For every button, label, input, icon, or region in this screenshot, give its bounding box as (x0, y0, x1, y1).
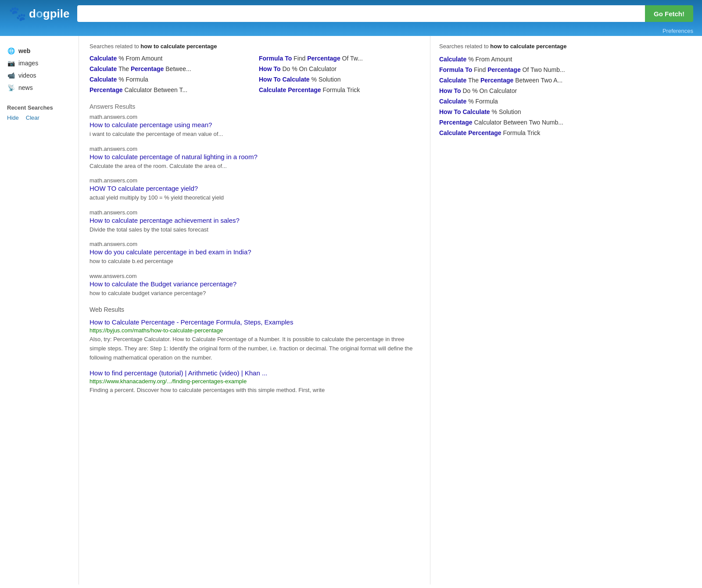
related-bold: Percentage (439, 119, 472, 126)
related-bold: Formula (259, 55, 285, 62)
related-rest: Find (294, 55, 307, 62)
related-rest2: Of Two Numb... (523, 66, 565, 73)
result-item: math.answers.com How to calculate percen… (90, 209, 419, 234)
related-rest: % Formula (468, 98, 498, 105)
result-item: How to find percentage (tutorial) | Arit… (90, 369, 419, 395)
sidebar-label-news: news (18, 84, 33, 91)
header: 🐾 dogpile how to calculate percentage Go… (0, 0, 702, 25)
list-item[interactable]: Calculate Percentage Formula Trick (439, 128, 570, 138)
result-snippet: Calculate the area of the room. Calculat… (90, 162, 419, 171)
clear-link[interactable]: Clear (26, 114, 39, 121)
list-item[interactable]: Calculate Percentage Formula Trick (259, 86, 419, 94)
right-related-query: how to calculate percentage (490, 43, 566, 50)
related-bold3: Percentage (487, 66, 520, 73)
answers-section-label: Answers Results (90, 103, 419, 110)
result-snippet: Also, try: Percentage Calculator. How to… (90, 335, 419, 362)
related-rest: Do % On Calculator (462, 87, 517, 94)
result-item: math.answers.com How to calculate percen… (90, 114, 419, 139)
result-snippet: i want to calculate the percentage of me… (90, 130, 419, 139)
related-bold2: Percentage (131, 65, 164, 72)
related-rest: The (118, 65, 131, 72)
sidebar-item-news[interactable]: 📡 news (7, 82, 72, 94)
list-item[interactable]: How To Calculate % Solution (439, 107, 570, 117)
paw-icon: 🐾 (9, 5, 26, 22)
main-content: Searches related to how to calculate per… (79, 36, 430, 584)
search-input[interactable]: how to calculate percentage (77, 5, 645, 22)
sidebar-item-videos[interactable]: 📹 videos (7, 69, 72, 82)
sidebar-item-web[interactable]: 🌐 web (7, 45, 72, 57)
globe-icon: 🌐 (7, 47, 15, 55)
video-icon: 📹 (7, 71, 15, 79)
sidebar: 🌐 web 📷 images 📹 videos 📡 news Recent Se… (0, 36, 79, 584)
result-title[interactable]: How to find percentage (tutorial) | Arit… (90, 369, 419, 377)
list-item[interactable]: Calculate The Percentage Betwee... (90, 64, 250, 73)
related-bold3: Percentage (307, 55, 340, 62)
related-bold: Calculate (439, 56, 466, 63)
result-item: math.answers.com How to calculate percen… (90, 146, 419, 171)
result-source: math.answers.com (90, 241, 419, 247)
related-rest: % Solution (492, 108, 521, 115)
result-title[interactable]: How do you calculate percentage in bed e… (90, 248, 419, 256)
result-source: math.answers.com (90, 209, 419, 216)
result-snippet: Finding a percent. Discover how to calcu… (90, 386, 419, 395)
related-query: how to calculate percentage (140, 43, 217, 50)
list-item[interactable]: How To Calculate % Solution (259, 75, 419, 84)
result-source: math.answers.com (90, 114, 419, 120)
related-bold2: To (465, 66, 472, 73)
related-rest: Of Tw... (342, 55, 363, 62)
result-snippet: how to calculate b.ed percentage (90, 257, 419, 266)
list-item[interactable]: How To Do % On Calculator (439, 86, 570, 96)
related-rest: The (468, 77, 480, 84)
result-title[interactable]: How to calculate percentage of natural l… (90, 153, 419, 160)
related-bold2: Percentage (480, 77, 513, 84)
related-rest: % From Amount (468, 56, 512, 63)
result-snippet: Divide the total sales by the total sale… (90, 225, 419, 234)
list-item[interactable]: Calculate % From Amount (439, 54, 570, 64)
result-title[interactable]: How to calculate percentage achievement … (90, 217, 419, 224)
camera-icon: 📷 (7, 59, 15, 67)
result-url: https://byjus.com/maths/how-to-calculate… (90, 327, 419, 334)
result-url: https://www.khanacademy.org/.../finding-… (90, 378, 419, 385)
result-title[interactable]: How to Calculate Percentage - Percentage… (90, 318, 419, 326)
related-bold: Calculate (90, 76, 117, 83)
list-item[interactable]: Calculate The Percentage Between Two A..… (439, 75, 570, 86)
list-item[interactable]: Calculate % Formula (90, 75, 250, 84)
list-item[interactable]: Formula To Find Percentage Of Two Numb..… (439, 64, 570, 75)
right-sidebar: Searches related to how to calculate per… (430, 36, 579, 584)
related-rest2: Between Two A... (515, 77, 562, 84)
result-title[interactable]: How to calculate the Budget variance per… (90, 280, 419, 288)
sidebar-label-web: web (18, 47, 30, 54)
related-bold: Calculate (439, 98, 466, 105)
related-label: Searches related to how to calculate per… (90, 43, 419, 50)
list-item[interactable]: Calculate % From Amount (90, 54, 250, 63)
result-snippet: how to calculate budget variance percent… (90, 289, 419, 298)
search-bar: how to calculate percentage Go Fetch! (77, 5, 693, 22)
list-item[interactable]: Calculate % Formula (439, 96, 570, 107)
list-item[interactable]: Percentage Calculator Between T... (90, 86, 250, 94)
result-title[interactable]: How to calculate percentage using mean? (90, 121, 419, 128)
result-item: How to Calculate Percentage - Percentage… (90, 318, 419, 362)
related-grid: Calculate % From Amount Formula To Find … (90, 54, 419, 94)
sidebar-label-videos: videos (18, 72, 36, 79)
related-rest: Formula Trick (323, 86, 360, 93)
list-item[interactable]: Formula To Find Percentage Of Tw... (259, 54, 419, 63)
related-bold: Calculate (439, 77, 466, 84)
related-rest2: Betwee... (165, 65, 191, 72)
result-title[interactable]: HOW TO calculate percentage yield? (90, 185, 419, 192)
related-bold: Percentage (90, 86, 122, 93)
related-bold: How To (259, 65, 281, 72)
hide-link[interactable]: Hide (7, 114, 19, 121)
related-bold2: To (285, 55, 292, 62)
logo: 🐾 dogpile (9, 5, 70, 22)
sidebar-item-images[interactable]: 📷 images (7, 57, 72, 69)
go-fetch-button[interactable]: Go Fetch! (645, 5, 693, 22)
related-rest: Calculator Between Two Numb... (474, 119, 563, 126)
web-results-label: Web Results (90, 306, 419, 313)
recent-searches-label: Recent Searches (7, 104, 72, 111)
related-bold: Formula (439, 66, 465, 73)
preferences-link[interactable]: Preferences (663, 28, 693, 34)
related-rest: Formula Trick (503, 129, 541, 136)
list-item[interactable]: Percentage Calculator Between Two Numb..… (439, 117, 570, 128)
rss-icon: 📡 (7, 84, 15, 92)
list-item[interactable]: How To Do % On Calculator (259, 64, 419, 73)
